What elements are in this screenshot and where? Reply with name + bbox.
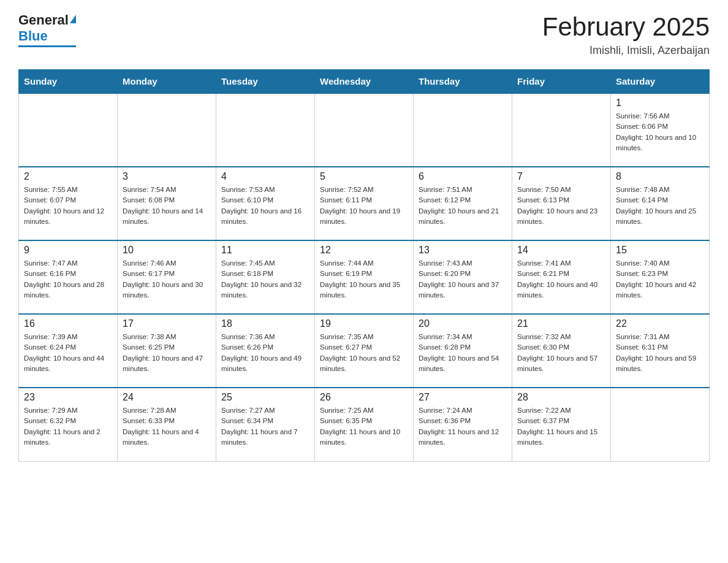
calendar-cell: 10Sunrise: 7:46 AMSunset: 6:17 PMDayligh… <box>118 240 216 314</box>
day-number: 14 <box>517 245 605 256</box>
day-info: Sunrise: 7:48 AMSunset: 6:14 PMDaylight:… <box>616 185 704 227</box>
calendar-cell <box>611 388 710 461</box>
calendar-week-5: 23Sunrise: 7:29 AMSunset: 6:32 PMDayligh… <box>19 388 710 461</box>
day-info: Sunrise: 7:45 AMSunset: 6:18 PMDaylight:… <box>221 258 309 301</box>
day-number: 17 <box>123 318 211 329</box>
day-number: 12 <box>320 245 408 256</box>
calendar-subtitle: Imishli, Imisli, Azerbaijan <box>542 44 710 57</box>
logo-general-text: General <box>18 12 69 28</box>
calendar-cell: 7Sunrise: 7:50 AMSunset: 6:13 PMDaylight… <box>512 167 611 240</box>
day-info: Sunrise: 7:53 AMSunset: 6:10 PMDaylight:… <box>221 185 309 227</box>
day-info: Sunrise: 7:51 AMSunset: 6:12 PMDaylight:… <box>419 185 507 227</box>
day-number: 22 <box>616 318 704 329</box>
calendar-cell: 8Sunrise: 7:48 AMSunset: 6:14 PMDaylight… <box>611 167 710 240</box>
day-header-sunday: Sunday <box>19 70 118 94</box>
day-info: Sunrise: 7:47 AMSunset: 6:16 PMDaylight:… <box>24 258 112 301</box>
calendar-cell: 1Sunrise: 7:56 AMSunset: 6:06 PMDaylight… <box>611 93 710 167</box>
day-info: Sunrise: 7:27 AMSunset: 6:34 PMDaylight:… <box>221 405 309 448</box>
day-info: Sunrise: 7:41 AMSunset: 6:21 PMDaylight:… <box>517 258 605 301</box>
calendar-cell: 6Sunrise: 7:51 AMSunset: 6:12 PMDaylight… <box>414 167 512 240</box>
day-number: 7 <box>517 171 605 182</box>
day-number: 9 <box>24 245 112 256</box>
day-header-wednesday: Wednesday <box>315 70 414 94</box>
day-number: 19 <box>320 318 408 329</box>
calendar-cell: 25Sunrise: 7:27 AMSunset: 6:34 PMDayligh… <box>216 388 315 461</box>
day-info: Sunrise: 7:31 AMSunset: 6:31 PMDaylight:… <box>616 332 704 374</box>
day-info: Sunrise: 7:32 AMSunset: 6:30 PMDaylight:… <box>517 332 605 374</box>
day-number: 4 <box>221 171 309 182</box>
calendar-cell: 5Sunrise: 7:52 AMSunset: 6:11 PMDaylight… <box>315 167 414 240</box>
calendar-cell: 18Sunrise: 7:36 AMSunset: 6:26 PMDayligh… <box>216 314 315 388</box>
calendar-cell: 21Sunrise: 7:32 AMSunset: 6:30 PMDayligh… <box>512 314 611 388</box>
day-info: Sunrise: 7:24 AMSunset: 6:36 PMDaylight:… <box>419 405 507 448</box>
calendar-cell: 12Sunrise: 7:44 AMSunset: 6:19 PMDayligh… <box>315 240 414 314</box>
calendar-cell <box>118 93 216 167</box>
calendar-cell <box>512 93 611 167</box>
day-number: 11 <box>221 245 309 256</box>
day-info: Sunrise: 7:39 AMSunset: 6:24 PMDaylight:… <box>24 332 112 374</box>
day-number: 13 <box>419 245 507 256</box>
calendar-cell: 2Sunrise: 7:55 AMSunset: 6:07 PMDaylight… <box>19 167 118 240</box>
day-header-saturday: Saturday <box>611 70 710 94</box>
day-number: 28 <box>517 392 605 403</box>
calendar-cell <box>414 93 512 167</box>
day-info: Sunrise: 7:55 AMSunset: 6:07 PMDaylight:… <box>24 185 112 227</box>
calendar-cell: 17Sunrise: 7:38 AMSunset: 6:25 PMDayligh… <box>118 314 216 388</box>
calendar-title: February 2025 <box>542 12 710 42</box>
day-info: Sunrise: 7:54 AMSunset: 6:08 PMDaylight:… <box>123 185 211 227</box>
day-header-friday: Friday <box>512 70 611 94</box>
calendar-cell: 4Sunrise: 7:53 AMSunset: 6:10 PMDaylight… <box>216 167 315 240</box>
day-info: Sunrise: 7:29 AMSunset: 6:32 PMDaylight:… <box>24 405 112 448</box>
day-header-monday: Monday <box>118 70 216 94</box>
logo-line <box>18 45 76 47</box>
calendar-cell <box>19 93 118 167</box>
day-number: 1 <box>616 98 704 109</box>
day-info: Sunrise: 7:28 AMSunset: 6:33 PMDaylight:… <box>123 405 211 448</box>
calendar-week-2: 2Sunrise: 7:55 AMSunset: 6:07 PMDaylight… <box>19 167 710 240</box>
day-info: Sunrise: 7:22 AMSunset: 6:37 PMDaylight:… <box>517 405 605 448</box>
day-number: 23 <box>24 392 112 403</box>
calendar-cell: 11Sunrise: 7:45 AMSunset: 6:18 PMDayligh… <box>216 240 315 314</box>
day-info: Sunrise: 7:52 AMSunset: 6:11 PMDaylight:… <box>320 185 408 227</box>
day-info: Sunrise: 7:46 AMSunset: 6:17 PMDaylight:… <box>123 258 211 301</box>
calendar-week-4: 16Sunrise: 7:39 AMSunset: 6:24 PMDayligh… <box>19 314 710 388</box>
calendar-table: SundayMondayTuesdayWednesdayThursdayFrid… <box>18 69 710 462</box>
day-header-thursday: Thursday <box>414 70 512 94</box>
logo-text: General <box>18 12 76 28</box>
day-number: 15 <box>616 245 704 256</box>
day-info: Sunrise: 7:43 AMSunset: 6:20 PMDaylight:… <box>419 258 507 301</box>
logo-blue-text: Blue <box>18 28 48 44</box>
calendar-cell: 16Sunrise: 7:39 AMSunset: 6:24 PMDayligh… <box>19 314 118 388</box>
day-number: 8 <box>616 171 704 182</box>
calendar-cell: 23Sunrise: 7:29 AMSunset: 6:32 PMDayligh… <box>19 388 118 461</box>
day-number: 25 <box>221 392 309 403</box>
calendar-cell <box>315 93 414 167</box>
day-number: 6 <box>419 171 507 182</box>
day-info: Sunrise: 7:40 AMSunset: 6:23 PMDaylight:… <box>616 258 704 301</box>
calendar-cell: 13Sunrise: 7:43 AMSunset: 6:20 PMDayligh… <box>414 240 512 314</box>
day-number: 5 <box>320 171 408 182</box>
calendar-week-1: 1Sunrise: 7:56 AMSunset: 6:06 PMDaylight… <box>19 93 710 167</box>
day-number: 10 <box>123 245 211 256</box>
day-info: Sunrise: 7:38 AMSunset: 6:25 PMDaylight:… <box>123 332 211 374</box>
day-number: 20 <box>419 318 507 329</box>
title-block: February 2025 Imishli, Imisli, Azerbaija… <box>542 12 710 57</box>
day-info: Sunrise: 7:35 AMSunset: 6:27 PMDaylight:… <box>320 332 408 374</box>
logo: General Blue <box>18 12 76 47</box>
day-info: Sunrise: 7:56 AMSunset: 6:06 PMDaylight:… <box>616 111 704 153</box>
calendar-header-row: SundayMondayTuesdayWednesdayThursdayFrid… <box>19 70 710 94</box>
calendar-cell: 28Sunrise: 7:22 AMSunset: 6:37 PMDayligh… <box>512 388 611 461</box>
day-header-tuesday: Tuesday <box>216 70 315 94</box>
calendar-cell: 22Sunrise: 7:31 AMSunset: 6:31 PMDayligh… <box>611 314 710 388</box>
calendar-cell: 9Sunrise: 7:47 AMSunset: 6:16 PMDaylight… <box>19 240 118 314</box>
calendar-cell: 20Sunrise: 7:34 AMSunset: 6:28 PMDayligh… <box>414 314 512 388</box>
day-number: 21 <box>517 318 605 329</box>
day-info: Sunrise: 7:34 AMSunset: 6:28 PMDaylight:… <box>419 332 507 374</box>
logo-triangle-icon <box>70 15 76 23</box>
calendar-cell: 24Sunrise: 7:28 AMSunset: 6:33 PMDayligh… <box>118 388 216 461</box>
day-number: 16 <box>24 318 112 329</box>
day-info: Sunrise: 7:36 AMSunset: 6:26 PMDaylight:… <box>221 332 309 374</box>
page-header: General Blue February 2025 Imishli, Imis… <box>18 12 710 57</box>
day-number: 2 <box>24 171 112 182</box>
calendar-cell: 26Sunrise: 7:25 AMSunset: 6:35 PMDayligh… <box>315 388 414 461</box>
